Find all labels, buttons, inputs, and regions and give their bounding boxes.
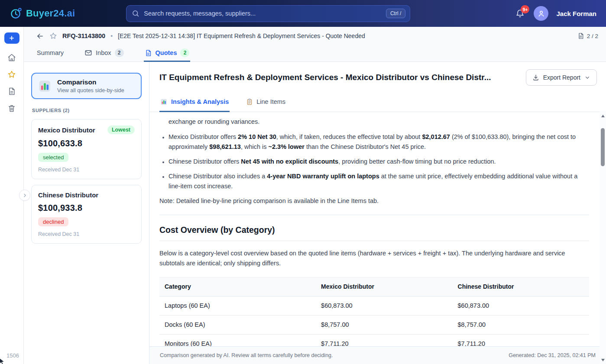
received-date: Received Dec 31 [38, 167, 135, 173]
search-shortcut-badge: Ctrl / [386, 9, 405, 18]
analysis-tab-bar: Insights & Analysis Line Items [149, 93, 606, 112]
partial-bullet-text: exchange or rounding variances. [169, 117, 589, 127]
cost-overview-heading: Cost Overview (by Category) [159, 225, 589, 241]
column-header: Mexico Distributor [316, 277, 452, 296]
scroll-up-arrow[interactable] [601, 115, 605, 117]
suppliers-section-label: SUPPLIERS (2) [32, 108, 142, 113]
documents-icon[interactable] [7, 87, 16, 96]
insights-content: exchange or rounding variances. Mexico D… [149, 112, 606, 346]
quotes-sidebar: Comparison View all quotes side-by-side … [24, 62, 149, 364]
page-title: IT Equipment Refresh & Deployment Servic… [159, 73, 491, 82]
cost-table-body: Laptops (60 EA)$60,873.00$60,873.00Docks… [159, 296, 589, 347]
ai-disclaimer: Comparison generated by AI. Review all t… [160, 352, 333, 358]
tab-line-items[interactable]: Line Items [245, 93, 286, 112]
cost-overview-intro: Below is a category-level cost overview … [159, 248, 589, 268]
user-name[interactable]: Jack Forman [556, 10, 596, 17]
lowest-badge: Lowest [107, 126, 135, 134]
status-badge-declined: declined [38, 217, 68, 226]
tab-line-items-label: Line Items [256, 98, 285, 105]
tab-quotes-label: Quotes [156, 49, 177, 56]
tab-quotes[interactable]: Quotes 2 [144, 45, 191, 62]
table-row: Monitors (60 EA)$7,711.20$7,711.20 [159, 335, 589, 347]
export-report-label: Export Report [543, 74, 580, 81]
note-text: Note: Detailed line-by-line pricing comp… [159, 196, 589, 206]
notifications-button[interactable]: 9+ [514, 7, 526, 19]
clipboard-icon [246, 98, 253, 105]
comparison-footer: Comparison generated by AI. Review all t… [149, 346, 606, 364]
person-icon [537, 10, 545, 18]
cost-overview-table: CategoryMexico DistributorChinese Distri… [159, 277, 589, 346]
tab-insights-label: Insights & Analysis [171, 98, 229, 105]
clock-logo-icon [10, 7, 23, 20]
column-header: Chinese Distributor [453, 277, 589, 296]
vertical-scrollbar[interactable] [600, 111, 606, 364]
top-navbar: Buyer24.ai Ctrl / 9+ Jack Forman [0, 0, 606, 27]
envelope-icon [84, 49, 92, 57]
insight-bullet: Mexico Distributor offers 2% 10 Net 30, … [169, 132, 589, 152]
page-icon [577, 32, 584, 39]
cost-table-head-row: CategoryMexico DistributorChinese Distri… [159, 277, 589, 296]
back-button[interactable] [36, 32, 44, 40]
comparison-title: Comparison [57, 78, 124, 86]
tab-summary-label: Summary [37, 49, 64, 56]
table-row: Laptops (60 EA)$60,873.00$60,873.00 [159, 296, 589, 316]
favorite-star-button[interactable] [49, 32, 57, 40]
supplier-name: Mexico Distributor [38, 126, 95, 134]
insights-chart-icon [160, 98, 168, 106]
bar-chart-icon [38, 79, 52, 93]
supplier-name: Chinese Distributor [38, 191, 98, 199]
quote-pager: 2 / 2 [577, 32, 598, 39]
quotes-count-badge: 2 [180, 48, 189, 57]
insight-bullet: Chinese Distributor also includes a 4-ye… [169, 171, 589, 191]
collapse-sidebar-button[interactable] [19, 190, 30, 201]
app-logo-text: Buyer24.ai [26, 8, 75, 19]
new-request-button[interactable] [4, 32, 19, 44]
global-search-input[interactable] [144, 10, 386, 17]
generated-timestamp: Generated: Dec 31, 2025, 02:41 PM [509, 352, 596, 358]
favorites-star-icon[interactable] [7, 70, 16, 79]
home-icon[interactable] [7, 53, 16, 62]
tab-inbox-label: Inbox [96, 49, 111, 56]
download-icon [532, 74, 539, 81]
tab-summary[interactable]: Summary [36, 45, 65, 62]
search-icon [132, 10, 139, 17]
rfq-tab-bar: Summary Inbox 2 Quotes 2 [24, 45, 606, 62]
insight-bullet: Chinese Distributor offers Net 45 with n… [169, 157, 589, 167]
comparison-card[interactable]: Comparison View all quotes side-by-side [31, 73, 142, 99]
inbox-count-badge: 2 [115, 48, 124, 57]
chevron-down-icon [584, 74, 590, 81]
supplier-price: $100,633.8 [38, 139, 135, 148]
column-header: Category [159, 277, 316, 296]
supplier-price: $100,933.8 [38, 203, 135, 213]
page-indicator: 2 / 2 [587, 33, 598, 39]
user-avatar[interactable] [534, 6, 548, 21]
rfq-id: RFQ-31143800 [62, 32, 105, 39]
tab-inbox[interactable]: Inbox 2 [84, 45, 124, 62]
export-report-button[interactable]: Export Report [526, 69, 597, 86]
received-date: Received Dec 31 [38, 231, 135, 237]
app-logo[interactable]: Buyer24.ai [10, 7, 75, 20]
comparison-panel: IT Equipment Refresh & Deployment Servic… [149, 62, 606, 364]
mouse-cursor [0, 358, 6, 364]
insights-bullets: Mexico Distributor offers 2% 10 Net 30, … [159, 132, 589, 191]
chevron-right-icon [22, 193, 28, 198]
breadcrumb-separator: • [110, 32, 113, 39]
section-divider [159, 215, 589, 215]
document-icon [145, 49, 152, 57]
global-search-bar[interactable]: Ctrl / [126, 5, 410, 22]
notification-count-badge: 9+ [521, 5, 529, 13]
supplier-card-chinese[interactable]: Chinese Distributor $100,933.8 declined … [31, 185, 142, 244]
navbar-right-group: 9+ Jack Forman [514, 6, 596, 21]
trash-icon[interactable] [7, 104, 16, 113]
breadcrumb: RFQ-31143800 • [E2E Test 2025-12-31 14:3… [24, 27, 606, 45]
comparison-subtitle: View all quotes side-by-side [57, 87, 124, 93]
rfq-title: [E2E Test 2025-12-31 14:38] IT Equipment… [118, 32, 572, 39]
scrollbar-thumb[interactable] [601, 128, 605, 166]
tab-insights-analysis[interactable]: Insights & Analysis [159, 93, 230, 112]
status-badge-selected: selected [38, 153, 68, 162]
page-number-label: 1506 [6, 352, 19, 359]
supplier-card-mexico[interactable]: Mexico Distributor Lowest $100,633.8 sel… [31, 119, 142, 179]
table-row: Docks (60 EA)$8,757.00$8,757.00 [159, 316, 589, 335]
plus-icon [9, 35, 15, 41]
scroll-down-arrow[interactable] [601, 359, 605, 361]
